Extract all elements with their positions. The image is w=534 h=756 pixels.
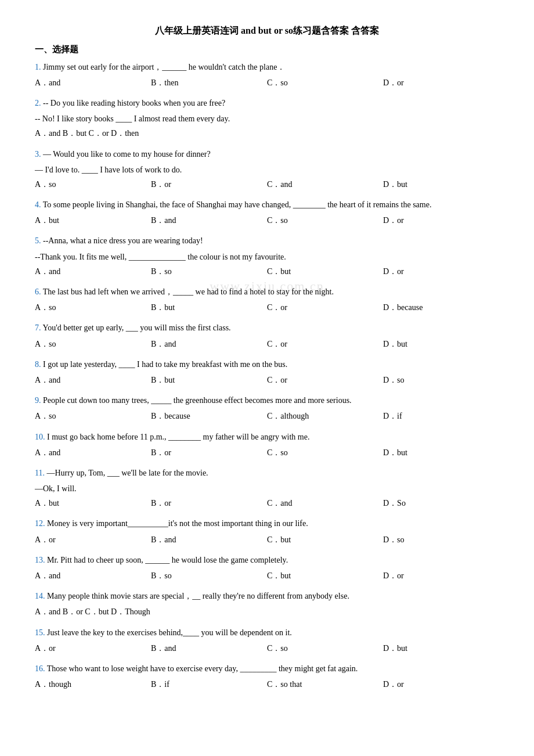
options-row: A．andB．butC．orD．so [35,373,499,387]
option: D．or [383,213,499,228]
options-row: A．and B．or C．but D．Though [35,604,499,619]
question-num: 1. [35,63,41,71]
option: C．although [267,409,383,423]
option: A．and [35,264,151,279]
options-row: A．soB．andC．orD．but [35,337,499,351]
question-block: 6. The last bus had left when we arrived… [35,285,499,315]
option: D．if [383,409,499,423]
option: B．and [151,337,267,351]
option: D．or [383,264,499,279]
question-text: 7. You'd better get up early, ___ you wi… [35,321,499,335]
question-block: 12. Money is very important__________it'… [35,516,499,546]
option: B．but [151,300,267,315]
option: A．but [35,496,151,510]
option: C．so [267,75,383,90]
option: D．so [383,373,499,387]
option: C．so [267,213,383,228]
question-text: 4. To some people living in Shanghai, th… [35,197,499,212]
question-block: 14. Many people think movie stars are sp… [35,589,499,619]
option: C．but [267,568,383,583]
option: B．and [151,213,267,228]
question-block: 7. You'd better get up early, ___ you wi… [35,321,499,351]
option: A．or [35,532,151,547]
question-block: 2. -- Do you like reading history books … [35,96,499,141]
option: B．but [151,373,267,387]
options-row: A．orB．andC．butD．so [35,532,499,547]
option: A．though [35,677,151,692]
sub-text: --Thank you. It fits me well, __________… [35,250,499,264]
option: A．so [35,300,151,315]
option: D．or [383,568,499,583]
question-text: 14. Many people think movie stars are sp… [35,589,499,603]
option: A．so [35,177,151,192]
option: A．and [35,568,151,583]
sub-text: — I'd love to. ____ I have lots of work … [35,163,499,177]
option: B．so [151,568,267,583]
options-row: A．soB．butC．orD．because [35,300,499,315]
question-text: 12. Money is very important__________it'… [35,516,499,531]
options-row: A．andB．orC．soD．but [35,445,499,460]
page-title: 八年级上册英语连词 and but or so练习题含答案 含答案 [35,23,499,38]
options-row: A．andB．soC．butD．or [35,264,499,279]
option: D．but [383,337,499,351]
question-num: 7. [35,323,41,332]
option: C．and [267,496,383,510]
question-num: 3. [35,150,41,159]
question-text: 9. People cut down too many trees, _____… [35,393,499,408]
option: D．but [383,445,499,460]
question-num: 6. [35,287,41,296]
option: D．but [383,177,499,192]
question-block: 1. Jimmy set out early for the airport，_… [35,60,499,90]
option: B．and [151,532,267,547]
option: A．or [35,641,151,656]
question-text: 13. Mr. Pitt had to cheer up soon, _____… [35,553,499,567]
question-num: 10. [35,433,45,441]
option: A．and [35,445,151,460]
option: B．or [151,445,267,460]
question-block: 13. Mr. Pitt had to cheer up soon, _____… [35,553,499,583]
option: D．or [383,75,499,90]
option: A．so [35,337,151,351]
question-num: 2. [35,99,41,107]
option: D．So [383,496,499,510]
question-text: 8. I got up late yesterday, ____ I had t… [35,357,499,372]
options-row: A．soB．becauseC．althoughD．if [35,409,499,423]
option: A．so [35,409,151,423]
question-num: 5. [35,236,41,245]
question-num: 15. [35,628,45,637]
question-num: 4. [35,200,41,209]
options-row: A．andB．soC．butD．or [35,568,499,583]
options-row: A．andB．thenC．soD．or [35,75,499,90]
question-num: 8. [35,360,41,369]
option: B．or [151,177,267,192]
option: B．so [151,264,267,279]
question-text: 10. I must go back home before 11 p.m., … [35,430,499,444]
option: B．because [151,409,267,423]
question-text: 16. Those who want to lose weight have t… [35,661,499,676]
question-num: 14. [35,592,45,600]
question-block: 9. People cut down too many trees, _____… [35,393,499,423]
question-block: 5. --Anna, what a nice dress you are wea… [35,233,499,279]
option: C．or [267,300,383,315]
option: D．because [383,300,499,315]
question-block: 4. To some people living in Shanghai, th… [35,197,499,228]
question-text: 15. Just leave the key to the exercises … [35,625,499,640]
question-text: 11. —Hurry up, Tom, ___ we'll be late fo… [35,466,499,480]
sub-text: -- No! I like story books ____ I almost … [35,111,499,126]
question-block: 3. — Would you like to come to my house … [35,147,499,192]
option: B．or [151,496,267,510]
section-header: 一、选择题 [35,44,499,55]
question-text: 5. --Anna, what a nice dress you are wea… [35,233,499,248]
option: A．and [35,75,151,90]
option: D．or [383,677,499,692]
question-text: 6. The last bus had left when we arrived… [35,285,499,299]
option: C．or [267,337,383,351]
sub-text: —Ok, I will. [35,481,499,496]
option: D．but [383,641,499,656]
question-block: 11. —Hurry up, Tom, ___ we'll be late fo… [35,466,499,511]
option: A．but [35,213,151,228]
question-text: 3. — Would you like to come to my house … [35,147,499,161]
question-text: 2. -- Do you like reading history books … [35,96,499,110]
option: D．so [383,532,499,547]
option: B．and [151,641,267,656]
